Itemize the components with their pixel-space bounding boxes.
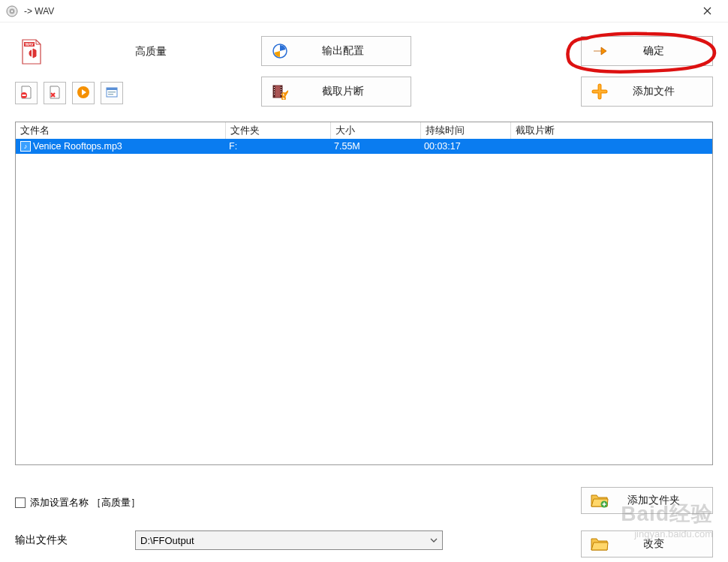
remove-all-button[interactable] — [44, 82, 66, 104]
output-folder-label: 输出文件夹 — [15, 533, 135, 547]
add-folder-button[interactable]: 添加文件夹 — [581, 487, 713, 514]
svg-point-2 — [11, 10, 13, 11]
ok-label: 确定 — [618, 44, 712, 58]
svg-rect-11 — [108, 92, 116, 92]
remove-selected-button[interactable] — [15, 82, 38, 104]
change-folder-button[interactable]: 改变 — [581, 530, 713, 557]
cell-duration: 00:03:17 — [421, 139, 511, 154]
app-icon — [6, 5, 18, 17]
output-folder-value: D:\FFOutput — [140, 535, 194, 546]
window-title: -> WAV — [24, 6, 692, 17]
audio-file-icon: ♪ — [20, 141, 31, 152]
cell-name: Venice Rooftops.mp3 — [33, 141, 122, 152]
second-row: 截取片断 添加文件 — [0, 74, 728, 116]
add-settings-label: 添加设置名称 ［高质量］ — [30, 496, 140, 509]
close-button[interactable] — [692, 1, 722, 22]
cell-folder: F: — [226, 139, 331, 154]
add-file-label: 添加文件 — [618, 85, 712, 98]
file-list-header: 文件名 文件夹 大小 持续时间 截取片断 — [16, 122, 712, 139]
output-folder-combo[interactable]: D:\FFOutput — [135, 530, 443, 550]
wav-format-icon: WAV — [18, 38, 45, 65]
table-row[interactable]: ♪ Venice Rooftops.mp3 F: 7.55M 00:03:17 — [16, 139, 712, 154]
output-config-label: 输出配置 — [298, 44, 411, 58]
play-icon — [77, 86, 90, 101]
svg-rect-16 — [274, 87, 275, 88]
svg-rect-20 — [281, 87, 281, 88]
chevron-down-icon — [426, 531, 442, 549]
checkbox-icon — [15, 497, 26, 508]
col-header-size[interactable]: 大小 — [331, 122, 421, 139]
quality-label: 高质量 — [135, 45, 167, 59]
page-delete-icon — [48, 86, 62, 101]
output-config-button[interactable]: 输出配置 — [261, 36, 411, 66]
cut-clip-button[interactable]: 截取片断 — [261, 77, 411, 107]
add-file-button[interactable]: 添加文件 — [581, 77, 713, 107]
top-row: WAV 高质量 输出配置 确定 — [0, 23, 728, 74]
svg-rect-19 — [274, 94, 275, 95]
folder-open-icon — [582, 536, 618, 551]
col-header-clip[interactable]: 截取片断 — [511, 122, 612, 139]
file-list: 文件名 文件夹 大小 持续时间 截取片断 ♪ Venice Rooftops.m… — [15, 122, 713, 465]
svg-rect-23 — [281, 94, 281, 95]
svg-rect-10 — [107, 88, 117, 90]
arrow-right-icon — [582, 43, 618, 59]
col-header-folder[interactable]: 文件夹 — [226, 122, 331, 139]
svg-rect-17 — [274, 89, 275, 90]
col-header-duration[interactable]: 持续时间 — [421, 122, 511, 139]
svg-text:WAV: WAV — [25, 42, 34, 47]
add-folder-label: 添加文件夹 — [618, 494, 712, 507]
svg-rect-21 — [281, 89, 281, 90]
info-icon — [105, 86, 119, 101]
svg-rect-7 — [23, 95, 26, 96]
plus-icon — [582, 83, 618, 100]
play-button[interactable] — [72, 82, 95, 104]
output-config-icon — [262, 43, 298, 59]
bottom-panel: 添加设置名称 ［高质量］ 添加文件夹 输出文件夹 D:\FFOutput — [0, 482, 728, 562]
info-button[interactable] — [101, 82, 123, 104]
svg-rect-18 — [274, 92, 275, 92]
cut-clip-label: 截取片断 — [298, 85, 411, 98]
cell-clip — [511, 139, 612, 154]
svg-rect-12 — [108, 94, 113, 95]
film-scissors-icon — [262, 83, 298, 100]
ok-button[interactable]: 确定 — [581, 36, 713, 66]
change-label: 改变 — [618, 537, 712, 551]
title-bar: -> WAV — [0, 0, 728, 23]
col-header-name[interactable]: 文件名 — [16, 122, 226, 139]
svg-rect-22 — [281, 92, 281, 92]
page-remove-icon — [20, 86, 33, 101]
add-settings-checkbox[interactable]: 添加设置名称 ［高质量］ — [15, 496, 140, 509]
folder-plus-icon — [582, 493, 618, 508]
cell-size: 7.55M — [331, 139, 421, 154]
